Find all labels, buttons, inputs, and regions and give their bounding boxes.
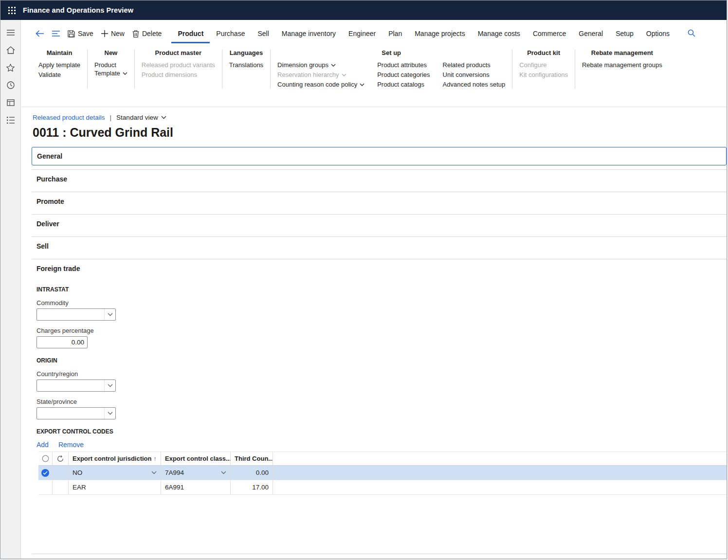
released-product-variants-button: Released product variants [142,60,215,70]
save-icon [68,30,75,37]
tab-commerce[interactable]: Commerce [527,24,572,43]
nav-favorites-button[interactable] [2,59,19,75]
apply-template-button[interactable]: Apply template [38,60,80,70]
clock-icon [7,81,15,89]
third-country-cell[interactable]: 17.00 [231,480,273,494]
action-pane-menu-button[interactable] [48,28,64,39]
grid-row-2[interactable]: EAR 6A991 17.00 [38,480,727,495]
fasttab-general[interactable]: General [32,147,727,165]
view-selector[interactable]: Standard view [116,114,166,121]
new-button[interactable]: New [97,27,128,40]
third-country-value: 17.00 [252,484,269,491]
ribbon-group-maintain: Maintain Apply template Validate [32,49,87,79]
search-button[interactable] [684,25,699,42]
modules-list-icon [7,117,15,124]
state-province-combobox-dropdown[interactable] [104,408,115,419]
tab-plan[interactable]: Plan [382,24,408,43]
row-refresh-cell [53,480,69,494]
row-filler [273,466,727,480]
third-country-cell[interactable]: 0.00 [231,466,273,480]
commodity-combobox-dropdown[interactable] [104,309,115,320]
nav-workspaces-button[interactable] [2,94,19,110]
charges-percentage-input[interactable] [36,336,88,348]
country-region-combobox-dropdown[interactable] [104,380,115,391]
country-region-combobox[interactable] [36,379,116,392]
save-button[interactable]: Save [64,27,97,40]
refresh-column-header[interactable] [53,452,69,465]
grid-toolbar: Add Remove [36,441,727,449]
fasttab-deliver[interactable]: Deliver [32,214,727,233]
tab-manage-projects[interactable]: Manage projects [408,24,472,43]
back-button[interactable] [32,27,48,40]
ribbon-group-languages: Languages Translations [222,49,270,70]
column-header-export-control-jurisdiction[interactable]: Export control jurisdiction ↑ [69,452,161,465]
fasttab-promote[interactable]: Promote [32,192,727,210]
fasttab-sell[interactable]: Sell [32,236,727,255]
class-code-cell[interactable]: 7A994 [161,466,231,480]
tab-purchase[interactable]: Purchase [210,24,251,43]
new-product-template-button[interactable]: Product Template [94,60,127,78]
tab-manage-inventory[interactable]: Manage inventory [275,24,342,43]
class-code-cell[interactable]: 6A991 [161,480,231,494]
product-categories-button[interactable]: Product categories [377,70,430,79]
chevron-down-icon [161,116,166,119]
rebate-management-groups-button[interactable]: Rebate management groups [582,60,662,70]
grid-header-row: Export control jurisdiction ↑ Export con… [38,452,727,466]
dimension-groups-button[interactable]: Dimension groups [277,60,336,70]
nav-home-button[interactable] [2,42,19,58]
plus-icon [101,30,108,37]
nav-modules-button[interactable] [2,112,19,128]
app-launcher-button[interactable] [0,0,23,20]
product-catalogs-button[interactable]: Product catalogs [377,79,424,89]
top-bar: Finance and Operations Preview [0,0,727,20]
class-code-value: 7A994 [165,469,184,476]
translations-button[interactable]: Translations [229,60,263,70]
commodity-combobox[interactable] [36,308,116,321]
export-control-grid: Export control jurisdiction ↑ Export con… [38,452,727,495]
column-header-third-country[interactable]: Third Coun... [231,452,273,465]
reservation-hierarchy-label: Reservation hierarchy [277,71,339,78]
state-province-combobox[interactable] [36,407,116,419]
column-header-export-control-class[interactable]: Export control class... [161,452,231,465]
back-arrow-icon [36,30,44,37]
related-products-button[interactable]: Related products [443,60,491,70]
released-product-details-link[interactable]: Released product details [33,114,105,121]
product-attributes-button[interactable]: Product attributes [377,60,427,70]
row-select-cell[interactable] [38,466,53,480]
unit-conversions-button[interactable]: Unit conversions [443,70,490,79]
tab-manage-costs[interactable]: Manage costs [472,24,527,43]
fasttab-foreign-trade[interactable]: Foreign trade [32,259,727,277]
row-select-cell[interactable] [38,480,53,494]
tab-options[interactable]: Options [640,24,676,43]
validate-button[interactable]: Validate [38,70,61,79]
grid-row-1[interactable]: NO 7A994 0.00 [38,466,727,480]
ribbon-group-title: Maintain [47,49,73,56]
select-all-cell[interactable] [38,452,53,465]
main-content: Save New Delete Product Purchase Sell Ma… [21,20,727,559]
kit-configurations-button: Kit configurations [519,70,568,79]
jurisdiction-cell[interactable]: EAR [69,480,161,494]
nav-expand-button[interactable] [2,24,19,40]
intrastat-heading: INTRASTAT [36,286,727,293]
app-title: Finance and Operations Preview [23,6,133,14]
ribbon-group-title: Set up [382,49,401,56]
jurisdiction-cell[interactable]: NO [69,466,161,480]
counting-reason-code-policy-button[interactable]: Counting reason code policy [277,79,364,89]
tab-general[interactable]: General [572,24,609,43]
tab-engineer[interactable]: Engineer [342,24,382,43]
tab-setup[interactable]: Setup [609,24,640,43]
tab-product[interactable]: Product [171,24,210,43]
reservation-hierarchy-button: Reservation hierarchy [277,70,346,79]
add-link[interactable]: Add [36,441,49,449]
advanced-notes-setup-button[interactable]: Advanced notes setup [443,79,506,89]
fasttab-purchase[interactable]: Purchase [32,169,727,188]
remove-link[interactable]: Remove [58,441,84,449]
counting-reason-code-policy-label: Counting reason code policy [277,81,357,88]
ribbon: Maintain Apply template Validate New Pro… [21,44,727,107]
grid-header-filler [273,452,727,465]
product-template-label-line1: Product [94,61,116,69]
nav-recent-button[interactable] [2,77,19,93]
product-template-label-line2: Template [94,70,120,77]
tab-sell[interactable]: Sell [251,24,275,43]
delete-button[interactable]: Delete [128,27,165,40]
